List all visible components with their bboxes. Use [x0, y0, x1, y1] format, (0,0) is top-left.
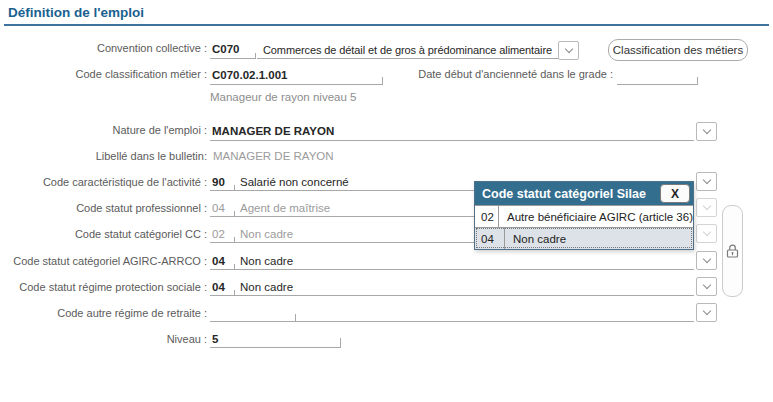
- lock-icon: [726, 244, 739, 258]
- chevron-down-icon: [702, 176, 710, 184]
- date-debut-anciennete-input[interactable]: [617, 68, 697, 85]
- libelle-bulletin-label: Libellé dans le bulletin:: [0, 150, 207, 162]
- agirc-arrco-code-value: 04: [212, 255, 225, 267]
- nature-emploi-dropdown-button[interactable]: [696, 122, 717, 141]
- code-statut-categoriel-cc-label: Code statut catégoriel CC :: [0, 228, 207, 240]
- title-rule: [4, 24, 769, 26]
- popup-option-code: 02: [475, 206, 499, 227]
- popup-option-label: Non cadre: [505, 233, 566, 245]
- convention-code-value: C070: [212, 43, 240, 55]
- protection-sociale-code-value: 04: [212, 281, 225, 293]
- popup-option-02[interactable]: 02 Autre bénéficiaire AGIRC (article 36): [475, 205, 693, 227]
- protection-sociale-dropdown-button[interactable]: [696, 277, 717, 296]
- popup-close-button[interactable]: X: [660, 184, 690, 203]
- autre-regime-code-input[interactable]: [210, 305, 295, 322]
- agirc-arrco-dropdown-button[interactable]: [696, 251, 717, 270]
- tick-divider: [234, 290, 235, 296]
- niveau-input[interactable]: [210, 331, 340, 348]
- code-statut-categoriel-agirc-arrco-label: Code statut catégoriel AGIRC-ARRCO :: [0, 255, 207, 267]
- silae-popup-title: Code statut catégoriel Silae: [475, 187, 646, 201]
- niveau-label: Niveau :: [0, 333, 207, 345]
- protection-sociale-description-value: Non cadre: [240, 281, 293, 293]
- silae-statut-popup: Code statut catégoriel Silae X 02 Autre …: [474, 181, 694, 250]
- code-classification-metier-value: C070.02.1.001: [212, 69, 287, 81]
- convention-collective-label: Convention collective :: [0, 42, 207, 54]
- tick-divider: [234, 264, 235, 270]
- code-statut-regime-protection-sociale-label: Code statut régime protection sociale :: [0, 281, 207, 293]
- popup-option-04[interactable]: 04 Non cadre: [475, 227, 693, 249]
- convention-dropdown-button[interactable]: [558, 41, 579, 60]
- niveau-value: 5: [212, 333, 218, 345]
- tick-divider: [234, 211, 235, 217]
- lock-button[interactable]: [722, 205, 743, 297]
- tick-divider: [255, 53, 256, 59]
- convention-description-value: Commerces de détail et de gros à prédomi…: [263, 44, 552, 56]
- definition-emploi-panel: Définition de l'emploi Convention collec…: [0, 0, 773, 402]
- popup-option-code: 04: [475, 228, 505, 249]
- code-caracteristique-activite-label: Code caractéristique de l'activité :: [0, 176, 207, 188]
- chevron-down-icon: [702, 255, 710, 263]
- code-statut-professionnel-code-value: 04: [212, 202, 225, 214]
- chevron-down-icon: [702, 126, 710, 134]
- code-classification-metier-label: Code classification métier :: [0, 68, 207, 80]
- code-caracteristique-dropdown-button[interactable]: [696, 172, 717, 191]
- nature-emploi-value: MANAGER DE RAYON: [212, 125, 334, 137]
- code-caracteristique-code-value: 90: [212, 176, 225, 188]
- autre-regime-description-input[interactable]: [296, 305, 694, 322]
- page-title: Définition de l'emploi: [8, 5, 144, 20]
- chevron-down-icon: [564, 45, 572, 53]
- tick-divider: [697, 77, 698, 85]
- nature-emploi-label: Nature de l'emploi :: [0, 124, 207, 136]
- popup-option-label: Autre bénéficiaire AGIRC (article 36): [499, 211, 693, 223]
- tick-divider: [234, 185, 235, 191]
- agirc-arrco-description-value: Non cadre: [240, 255, 293, 267]
- classification-des-metiers-button[interactable]: Classification des métiers: [608, 39, 748, 61]
- code-caracteristique-description-value: Salarié non concerné: [240, 176, 349, 188]
- code-statut-professionnel-label: Code statut professionnel :: [0, 202, 207, 214]
- code-autre-regime-retraite-label: Code autre régime de retraite :: [0, 307, 207, 319]
- code-statut-categoriel-cc-dropdown-button[interactable]: [696, 224, 717, 243]
- libelle-bulletin-value: MANAGER DE RAYON: [213, 150, 334, 162]
- code-statut-categoriel-cc-code-value: 02: [212, 228, 225, 240]
- tick-divider: [340, 338, 341, 348]
- code-statut-professionnel-description-value: Agent de maîtrise: [240, 202, 330, 214]
- code-statut-professionnel-dropdown-button[interactable]: [696, 198, 717, 217]
- autre-regime-dropdown-button[interactable]: [696, 303, 717, 322]
- chevron-down-icon: [702, 228, 710, 236]
- silae-popup-header: Code statut catégoriel Silae X: [475, 182, 693, 205]
- date-debut-anciennete-label: Date début d'ancienneté dans le grade :: [380, 68, 613, 80]
- chevron-down-icon: [702, 307, 710, 315]
- tick-divider: [234, 237, 235, 243]
- code-statut-categoriel-cc-description-value: Non cadre: [240, 228, 293, 240]
- chevron-down-icon: [702, 281, 710, 289]
- classification-helper-text: Manageur de rayon niveau 5: [210, 91, 356, 103]
- chevron-down-icon: [702, 202, 710, 210]
